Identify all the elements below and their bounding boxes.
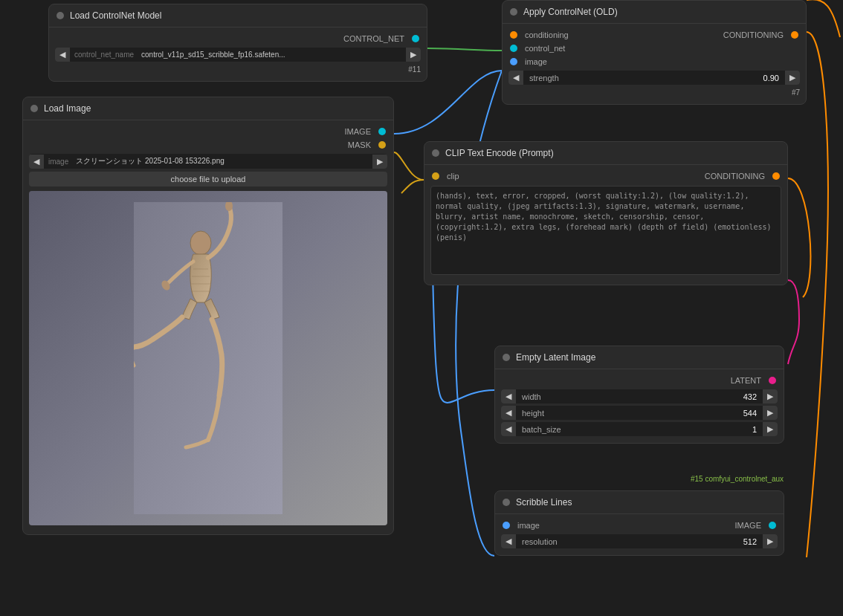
load-controlnet-node: Load ControlNet Model CONTROL_NET ◀ cont… <box>48 4 427 82</box>
height-right-btn[interactable]: ▶ <box>763 406 778 420</box>
node-header-empty-latent: Empty Latent Image <box>495 346 784 369</box>
node-id-apply-controlnet: #7 <box>503 87 806 100</box>
node-status-dot-clip <box>432 149 439 157</box>
controlnet-output-label: CONTROL_NET <box>343 34 404 43</box>
node-header-load-image: Load Image <box>23 97 393 120</box>
node-body-load-image: IMAGE MASK ◀ image スクリーンショット 2025-01-08 … <box>23 120 393 534</box>
batch-size-row[interactable]: ◀ batch_size 1 ▶ <box>501 422 778 436</box>
clip-input-label: clip <box>447 172 459 181</box>
mask-output-port[interactable] <box>378 141 386 149</box>
width-left-btn[interactable]: ◀ <box>501 389 516 403</box>
width-row[interactable]: ◀ width 432 ▶ <box>501 389 778 403</box>
empty-latent-node: Empty Latent Image LATENT ◀ width 432 ▶ … <box>494 346 784 444</box>
node-title-load-controlnet: Load ControlNet Model <box>70 10 161 21</box>
control-net-input-port[interactable] <box>510 45 517 52</box>
image-output-row: IMAGE <box>23 125 393 138</box>
clip-input-port[interactable] <box>432 172 439 180</box>
image-name-left-btn[interactable]: ◀ <box>29 155 44 169</box>
resolution-row[interactable]: ◀ resolution 512 ▶ <box>501 534 778 548</box>
clip-ports-row: clip CONDITIONING <box>424 169 787 183</box>
width-right-btn[interactable]: ▶ <box>763 389 778 403</box>
height-label: height <box>516 406 737 420</box>
control-net-name-left-btn[interactable]: ◀ <box>55 48 70 62</box>
conditioning-output-port[interactable] <box>791 31 798 39</box>
scribble-image-input-port[interactable] <box>503 522 510 529</box>
load-image-node: Load Image IMAGE MASK ◀ image スクリーンショット … <box>22 97 394 535</box>
strength-right-btn[interactable]: ▶ <box>785 71 800 85</box>
control-net-row: control_net <box>503 42 806 55</box>
dancer-image <box>29 191 387 525</box>
scribble-image-output-port[interactable] <box>769 522 776 529</box>
node-body-clip: clip CONDITIONING <box>424 165 787 285</box>
latent-output-label: LATENT <box>731 376 761 385</box>
image-row: image <box>503 55 806 68</box>
image-input-port-apply[interactable] <box>510 58 517 65</box>
scribble-image-output-label: IMAGE <box>735 521 761 530</box>
scribble-image-input-label: image <box>517 521 540 530</box>
node-header-scribble: Scribble Lines <box>495 491 784 514</box>
node-canvas: Load ControlNet Model CONTROL_NET ◀ cont… <box>0 0 843 616</box>
node-status-dot-load-image <box>30 105 38 112</box>
node-body-scribble: image IMAGE ◀ resolution 512 ▶ <box>495 514 784 555</box>
mask-output-row: MASK <box>23 138 393 152</box>
latent-output-row: LATENT <box>495 374 784 387</box>
node-title-clip: CLIP Text Encode (Prompt) <box>445 148 554 158</box>
conditioning-input-port[interactable] <box>510 31 517 39</box>
conditioning-output-port-clip[interactable] <box>772 172 780 180</box>
width-value: 432 <box>737 390 763 403</box>
height-left-btn[interactable]: ◀ <box>501 406 516 420</box>
strength-left-btn[interactable]: ◀ <box>508 71 523 85</box>
latent-output-port[interactable] <box>769 377 776 384</box>
image-name-label: image <box>44 158 73 166</box>
image-input-label-apply: image <box>525 57 547 66</box>
batch-size-value: 1 <box>746 423 763 436</box>
node-status-dot <box>56 12 64 19</box>
resolution-label: resolution <box>516 535 737 548</box>
controlnet-output-port[interactable] <box>412 35 419 42</box>
clip-text-prompt[interactable] <box>430 186 781 275</box>
batch-size-label: batch_size <box>516 423 746 436</box>
resolution-left-btn[interactable]: ◀ <box>501 534 516 548</box>
control-net-name-right-btn[interactable]: ▶ <box>406 48 421 62</box>
node-header-load-controlnet: Load ControlNet Model <box>49 4 427 27</box>
control-net-name-label: control_net_name <box>70 51 138 59</box>
svg-point-1 <box>190 231 211 255</box>
control-net-input-label: control_net <box>525 44 565 53</box>
node-title-empty-latent: Empty Latent Image <box>516 352 595 363</box>
batch-left-btn[interactable]: ◀ <box>501 422 516 436</box>
height-value: 544 <box>737 406 763 420</box>
node-body-load-controlnet: CONTROL_NET ◀ control_net_name control_v… <box>49 27 427 81</box>
scribble-image-row: image IMAGE <box>495 519 784 532</box>
node-status-dot-apply <box>510 8 517 16</box>
conditioning-input-label: conditioning <box>525 30 569 39</box>
strength-label: strength <box>523 71 758 85</box>
node-title-apply-controlnet: Apply ControlNet (OLD) <box>523 7 618 17</box>
control-net-name-row[interactable]: ◀ control_net_name control_v11p_sd15_scr… <box>55 48 421 62</box>
apply-controlnet-node: Apply ControlNet (OLD) conditioning COND… <box>502 0 807 105</box>
conditioning-out-label-clip: CONDITIONING <box>705 172 765 181</box>
strength-row[interactable]: ◀ strength 0.90 ▶ <box>508 71 800 85</box>
image-output-port[interactable] <box>378 128 386 135</box>
clip-text-encode-node: CLIP Text Encode (Prompt) clip CONDITION… <box>424 141 788 285</box>
resolution-value: 512 <box>737 535 763 548</box>
width-label: width <box>516 390 737 403</box>
node-id-load-controlnet: #11 <box>49 64 427 77</box>
image-name-value: スクリーンショット 2025-01-08 153226.png <box>73 154 372 169</box>
image-name-row[interactable]: ◀ image スクリーンショット 2025-01-08 153226.png … <box>29 154 387 169</box>
conditioning-row: conditioning CONDITIONING <box>503 28 806 42</box>
node-body-empty-latent: LATENT ◀ width 432 ▶ ◀ height 544 ▶ ◀ ba… <box>495 369 784 443</box>
scribble-lines-node: Scribble Lines image IMAGE ◀ resolution … <box>494 490 784 556</box>
node-header-clip: CLIP Text Encode (Prompt) <box>424 142 787 165</box>
node-header-apply-controlnet: Apply ControlNet (OLD) <box>503 1 806 24</box>
resolution-right-btn[interactable]: ▶ <box>763 534 778 548</box>
node-body-apply-controlnet: conditioning CONDITIONING control_net im… <box>503 24 806 104</box>
control-net-name-value: control_v11p_sd15_scribble_fp16.safeten.… <box>138 48 406 61</box>
node-title-load-image: Load Image <box>44 103 91 114</box>
node-status-dot-scribble <box>503 499 510 506</box>
height-row[interactable]: ◀ height 544 ▶ <box>501 406 778 420</box>
choose-file-button[interactable]: choose file to upload <box>29 172 387 187</box>
scribble-node-id-label: #15 comfyui_controlnet_aux <box>691 475 784 483</box>
image-name-right-btn[interactable]: ▶ <box>372 155 387 169</box>
batch-right-btn[interactable]: ▶ <box>763 422 778 436</box>
conditioning-output-label: CONDITIONING <box>723 30 784 39</box>
